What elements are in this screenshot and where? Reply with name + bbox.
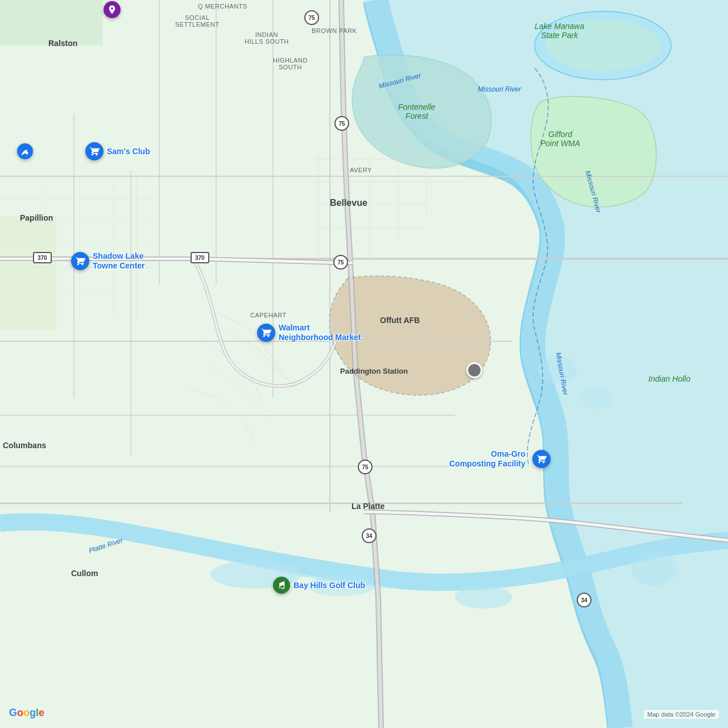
- highway-shield-370-left: 370: [33, 252, 52, 263]
- pin-sams-club[interactable]: Sam's Club: [85, 142, 150, 160]
- svg-point-8: [631, 552, 677, 586]
- highway-shield-75-bottom: 75: [358, 460, 373, 474]
- svg-rect-3: [0, 0, 102, 46]
- highway-shield-75-lower: 75: [333, 255, 348, 270]
- pin-purple[interactable]: [104, 1, 121, 18]
- pin-shadow-lake[interactable]: Shadow LakeTowne Center: [71, 251, 145, 271]
- highway-shield-370-right: 370: [191, 252, 209, 263]
- highway-shield-34-right: 34: [577, 593, 592, 607]
- svg-point-7: [455, 586, 512, 609]
- pin-oma-gro-label-text: Oma-GroComposting Facility: [449, 449, 526, 469]
- svg-point-2: [546, 20, 660, 71]
- google-logo: Google: [9, 707, 44, 719]
- map-svg: [0, 0, 728, 728]
- pin-walmart-label: WalmartNeighborhood Market: [279, 323, 361, 342]
- highway-shield-34-bottom: 34: [362, 528, 377, 543]
- pin-oma-gro[interactable]: Oma-GroComposting Facility: [449, 449, 551, 469]
- map-container: Bellevue Ralston Papillion Offutt AFB Co…: [0, 0, 728, 728]
- highway-shield-75-mid: 75: [334, 116, 349, 131]
- svg-point-10: [580, 387, 614, 410]
- pin-bay-hills[interactable]: Bay Hills Golf Club: [273, 577, 365, 594]
- map-attribution: Map data ©2024 Google: [644, 710, 719, 719]
- pin-sams-club-label: Sam's Club: [107, 147, 150, 156]
- pin-shadow-lake-label: Shadow LakeTowne Center: [93, 251, 145, 271]
- pin-depot[interactable]: [17, 143, 33, 159]
- svg-point-9: [537, 355, 577, 384]
- svg-rect-4: [0, 216, 57, 330]
- pin-bay-hills-label: Bay Hills Golf Club: [293, 581, 365, 590]
- highway-shield-75-top: 75: [304, 10, 319, 25]
- pin-walmart[interactable]: WalmartNeighborhood Market: [257, 323, 361, 342]
- pin-paddington[interactable]: [466, 362, 482, 378]
